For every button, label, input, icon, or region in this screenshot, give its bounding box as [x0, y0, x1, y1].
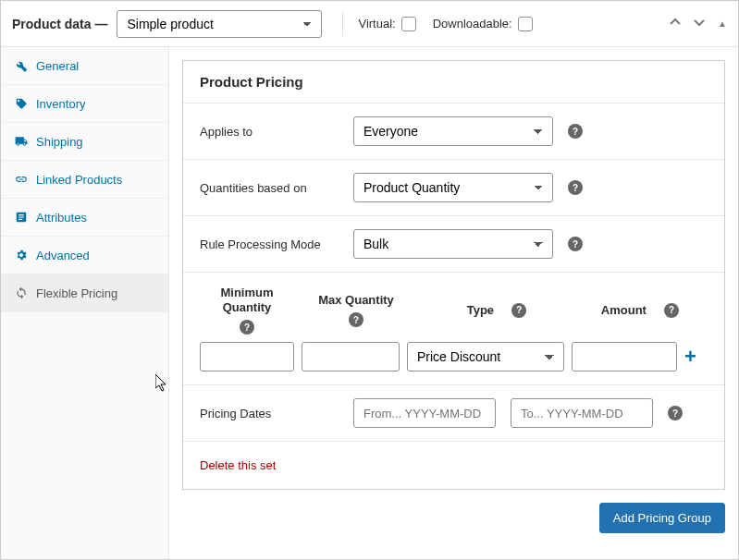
virtual-checkbox[interactable] — [401, 17, 416, 31]
sidebar-item-label: Inventory — [36, 97, 85, 111]
truck-icon — [14, 134, 29, 149]
rule-mode-row: Rule Processing Mode Bulk ? — [183, 216, 724, 273]
sidebar-item-label: Attributes — [36, 211, 87, 225]
tag-icon — [14, 96, 29, 111]
sidebar-item-inventory[interactable]: Inventory — [1, 85, 168, 123]
delete-set-row: Delete this set — [183, 442, 724, 489]
collapse-panel-icon[interactable]: ▲ — [718, 18, 727, 29]
rule-mode-label: Rule Processing Mode — [200, 237, 339, 251]
sidebar-item-label: Advanced — [36, 249, 90, 262]
delete-set-link[interactable]: Delete this set — [200, 458, 276, 472]
applies-to-select[interactable]: Everyone — [353, 116, 553, 146]
applies-to-label: Applies to — [200, 125, 339, 139]
pricing-panel: Product Pricing Applies to Everyone ? Qu… — [182, 60, 725, 490]
header-min-qty: Minimum Quantity? — [200, 286, 294, 335]
downloadable-checkbox-group[interactable]: Downloadable: — [433, 17, 533, 31]
help-icon[interactable]: ? — [568, 124, 583, 139]
sidebar-item-label: Shipping — [36, 135, 83, 149]
link-icon — [14, 172, 29, 187]
qty-headers: Minimum Quantity? Max Quantity? Type ? A… — [200, 286, 708, 335]
date-to-input[interactable] — [511, 398, 653, 428]
sidebar-item-shipping[interactable]: Shipping — [1, 123, 168, 161]
virtual-checkbox-group[interactable]: Virtual: — [358, 17, 415, 31]
product-data-label: Product data — — [12, 17, 107, 31]
header-max-qty: Max Quantity? — [305, 286, 407, 335]
header-type: Type ? — [418, 286, 575, 335]
main-panel: Product Pricing Applies to Everyone ? Qu… — [169, 47, 738, 559]
pricing-dates-row: Pricing Dates ? — [183, 385, 724, 442]
downloadable-checkbox[interactable] — [518, 17, 533, 31]
help-icon[interactable]: ? — [568, 237, 583, 251]
help-icon[interactable]: ? — [349, 312, 363, 327]
chevron-down-icon[interactable] — [694, 17, 705, 30]
rule-mode-select[interactable]: Bulk — [353, 229, 553, 259]
sidebar-item-attributes[interactable]: Attributes — [1, 199, 168, 237]
quantities-based-on-select[interactable]: Product Quantity — [353, 173, 553, 202]
product-data-sidebar: General Inventory Shipping Linked Produc… — [1, 47, 169, 559]
downloadable-label: Downloadable: — [433, 17, 512, 30]
help-icon[interactable]: ? — [240, 320, 254, 335]
discount-type-select[interactable]: Price Discount — [407, 342, 564, 371]
sidebar-item-label: Linked Products — [36, 173, 122, 187]
divider — [342, 12, 343, 36]
help-icon[interactable]: ? — [511, 303, 526, 318]
note-icon — [14, 210, 29, 225]
help-icon[interactable]: ? — [664, 303, 679, 318]
pricing-dates-label: Pricing Dates — [200, 407, 339, 420]
quantities-based-on-label: Quantities based on — [200, 181, 339, 195]
refresh-icon — [14, 286, 29, 300]
virtual-label: Virtual: — [358, 17, 395, 30]
help-icon[interactable]: ? — [568, 180, 583, 195]
add-row-icon[interactable]: + — [684, 347, 696, 367]
date-from-input[interactable] — [353, 398, 496, 428]
sidebar-item-linked-products[interactable]: Linked Products — [1, 161, 168, 199]
applies-to-row: Applies to Everyone ? — [183, 103, 724, 160]
quantity-rules-block: Minimum Quantity? Max Quantity? Type ? A… — [183, 273, 724, 385]
product-type-select[interactable]: Simple product — [117, 10, 322, 38]
quantities-based-on-row: Quantities based on Product Quantity ? — [183, 160, 724, 216]
header-amount: Amount ? — [586, 286, 694, 335]
sidebar-item-label: General — [36, 59, 79, 73]
wrench-icon — [14, 58, 29, 73]
add-pricing-group-button[interactable]: Add Pricing Group — [599, 503, 725, 533]
sidebar-item-general[interactable]: General — [1, 47, 168, 85]
sidebar-item-flexible-pricing[interactable]: Flexible Pricing — [1, 274, 168, 312]
panel-footer: Add Pricing Group — [182, 490, 725, 533]
topbar-right: ▲ — [670, 17, 727, 30]
chevron-up-icon[interactable] — [670, 17, 681, 30]
product-data-topbar: Product data — Simple product Virtual: D… — [1, 1, 738, 47]
max-qty-input[interactable] — [302, 342, 400, 371]
help-icon[interactable]: ? — [668, 406, 683, 420]
panel-title: Product Pricing — [183, 61, 724, 103]
sidebar-item-label: Flexible Pricing — [36, 286, 117, 300]
gear-icon — [14, 248, 29, 262]
qty-row: Price Discount + — [200, 342, 708, 371]
min-qty-input[interactable] — [200, 342, 294, 371]
amount-input[interactable] — [572, 342, 677, 371]
sidebar-item-advanced[interactable]: Advanced — [1, 237, 168, 274]
